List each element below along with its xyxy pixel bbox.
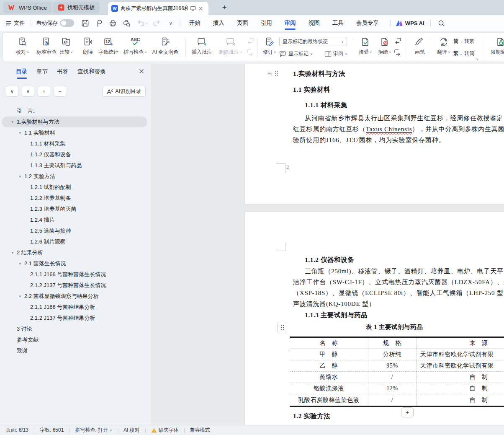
toc-item[interactable]: ▼2.2 菌株显微镜观察与结果分析 bbox=[2, 291, 147, 302]
collapse-arrow-icon[interactable]: ▼ bbox=[11, 248, 14, 258]
simplified-to-traditional-button[interactable]: 简→ 转繁 bbox=[453, 38, 474, 45]
word-count-button[interactable]: 12 字数统计 bbox=[96, 36, 121, 60]
reagents-table[interactable]: 名 称规 格来 源甲 醇分析纯天津市科密欧化学试剂有限乙 醇95%天津市科密欧化… bbox=[290, 337, 504, 407]
compatibility-mode-badge[interactable]: 兼容模式 bbox=[190, 427, 210, 434]
save-button[interactable] bbox=[80, 18, 90, 28]
spell-check-button[interactable]: ABC 拼写检查∨ bbox=[121, 36, 149, 60]
document-page-2[interactable]: 1.1.2 仪器和设备 三角瓶（250ml)、移液管、镊子、酒精灯、培养皿、电炉… bbox=[245, 212, 504, 425]
toc-item[interactable]: 2.1.2 J137 号菌种结果分析 bbox=[2, 313, 147, 324]
table-cell[interactable]: 天津市科密欧化学试剂有限 bbox=[417, 360, 504, 371]
traditional-to-simplified-button[interactable]: 繁→ 转简 bbox=[453, 50, 474, 57]
translate-button[interactable]: 文A 翻译∨ bbox=[433, 36, 454, 60]
menu-tab-会员专享[interactable]: 会员专享 bbox=[350, 15, 385, 31]
missing-font-warning[interactable]: 缺失字体 bbox=[151, 427, 179, 434]
next-comment-button[interactable] bbox=[246, 49, 255, 56]
export-pdf-button[interactable] bbox=[94, 18, 104, 28]
table-cell[interactable]: 甲 醇 bbox=[290, 349, 368, 360]
toc-item[interactable]: 1.2.4 插片 bbox=[2, 215, 147, 225]
toc-item[interactable]: ▼2.1 菌落生长情况 bbox=[2, 258, 147, 269]
menu-tab-引用[interactable]: 引用 bbox=[255, 15, 278, 31]
search-button[interactable] bbox=[437, 18, 447, 28]
delete-comment-button[interactable]: 删除批注∨ bbox=[216, 36, 246, 60]
drag-dots-icon[interactable] bbox=[275, 70, 278, 76]
spell-check-status[interactable]: 拼写检查: 打开∨ bbox=[75, 427, 112, 434]
table-cell[interactable]: 铬酸洗涤液 bbox=[290, 383, 368, 394]
toc-item[interactable]: 1.2.6 制片观察 bbox=[2, 236, 147, 247]
reject-button[interactable]: 拒绝∨ bbox=[375, 36, 395, 60]
read-aloud-button[interactable]: 朗读 bbox=[78, 36, 98, 60]
table-header-cell[interactable]: 名 称 bbox=[290, 338, 368, 349]
table-cell[interactable]: 蒸馏水 bbox=[290, 372, 368, 383]
toc-item[interactable]: ▼2 结果分析 bbox=[2, 247, 147, 258]
table-cell[interactable]: 分析纯 bbox=[368, 349, 417, 360]
sidebar-tab-书签[interactable]: 书签 bbox=[57, 68, 68, 79]
toc-item[interactable]: 1.1.3 主要试剂与药品 bbox=[2, 160, 147, 171]
toc-item[interactable]: 3 讨论 bbox=[2, 324, 147, 334]
menu-tab-插入[interactable]: 插入 bbox=[207, 15, 231, 31]
toc-item[interactable]: 1.2.5 选菌与接种 bbox=[2, 225, 147, 236]
collapse-all-button[interactable]: ∧ bbox=[22, 86, 34, 97]
collapse-arrow-icon[interactable]: ▼ bbox=[11, 117, 14, 127]
table-cell[interactable]: 95% bbox=[368, 360, 417, 371]
ai-recognize-toc-button[interactable]: AI识别目录 bbox=[102, 86, 146, 97]
review-pane-button[interactable]: 审阅 ∨ bbox=[324, 50, 347, 57]
toc-item[interactable]: 2.1.1 J166 号菌种菌落生长情况 bbox=[2, 269, 147, 280]
table-cell[interactable]: 自 制 bbox=[417, 372, 504, 383]
insert-comment-button[interactable]: 插入批注 bbox=[188, 36, 216, 60]
zoom-out-button[interactable]: − bbox=[54, 86, 66, 97]
proofread-button[interactable]: 校对∨ bbox=[11, 36, 34, 60]
table-cell[interactable]: 自 制 bbox=[417, 383, 504, 394]
toc-item[interactable]: 1.2.1 试剂的配制 bbox=[2, 182, 147, 193]
new-tab-button[interactable]: + bbox=[219, 3, 229, 13]
menu-tab-工具[interactable]: 工具 bbox=[326, 15, 350, 31]
page-indicator[interactable]: 页面: 6/13 bbox=[6, 427, 28, 434]
table-header-cell[interactable]: 规 格 bbox=[368, 338, 417, 349]
ai-polish-button[interactable]: AI 全文润色 bbox=[148, 36, 183, 60]
heading-handle[interactable]: H₁ bbox=[267, 70, 278, 76]
expand-all-button[interactable]: ∨ bbox=[6, 86, 18, 97]
close-tab-icon[interactable] bbox=[198, 6, 203, 11]
menu-tab-开始[interactable]: 开始 bbox=[183, 15, 207, 31]
toc-item[interactable]: ▼1.2 实验方法 bbox=[2, 171, 147, 182]
sidebar-tab-目录[interactable]: 目录 bbox=[16, 68, 27, 79]
document-canvas[interactable]: H₁ 1.实验材料与方法 1.1 实验材料 1.1.1 材料采集 从河南省新乡市… bbox=[151, 64, 504, 425]
restrict-editing-button[interactable]: 限制编辑 bbox=[486, 36, 504, 60]
wps-office-menu-button[interactable]: WPS Office bbox=[3, 2, 52, 13]
wps-ai-button[interactable]: WPS AI bbox=[396, 20, 424, 26]
accept-button[interactable]: 接受∨ bbox=[355, 36, 375, 60]
toc-item[interactable]: 引 言: bbox=[2, 106, 147, 117]
table-cell[interactable]: 乙 醇 bbox=[290, 360, 368, 371]
autosave-control[interactable]: 自动保存 bbox=[36, 19, 74, 27]
table-cell[interactable]: 天津市科密欧化学试剂有限 bbox=[417, 349, 504, 360]
undo-caret-icon[interactable]: ∨ bbox=[146, 21, 148, 25]
previous-revision-button[interactable] bbox=[393, 37, 402, 44]
table-cell[interactable]: 12% bbox=[368, 383, 417, 394]
collapse-arrow-icon[interactable]: ▼ bbox=[18, 259, 22, 269]
table-add-row-button[interactable]: + bbox=[401, 407, 414, 417]
toc-item[interactable]: 1.1.2 仪器和设备 bbox=[2, 149, 147, 160]
sidebar-close-icon[interactable] bbox=[139, 68, 144, 75]
next-revision-button[interactable] bbox=[393, 49, 402, 56]
document-tab[interactable]: W 两株产紫杉醇内生真菌J166和 bbox=[108, 2, 208, 15]
table-cell[interactable]: / bbox=[368, 372, 417, 383]
table-header-cell[interactable]: 来 源 bbox=[417, 338, 504, 349]
collapse-arrow-icon[interactable]: ▼ bbox=[18, 171, 22, 182]
toc-item[interactable]: 1.2.3 培养基的灭菌 bbox=[2, 204, 147, 215]
markup-state-dropdown[interactable]: 显示标记的最终状态 ∨ bbox=[279, 37, 347, 46]
pen-button[interactable]: 画笔 bbox=[410, 36, 430, 60]
compare-button[interactable]: 比较∨ bbox=[55, 36, 77, 60]
toc-item[interactable]: 1.1.1 材料采集 bbox=[2, 138, 147, 149]
menu-tab-页面[interactable]: 页面 bbox=[231, 15, 255, 31]
toc-item[interactable]: ▼1.实验材料与方法 bbox=[2, 117, 147, 127]
sidebar-tab-查找和替换[interactable]: 查找和替换 bbox=[77, 68, 106, 79]
table-cell[interactable]: 乳酸石炭酸棉蓝染色液 bbox=[290, 394, 368, 406]
ai-proofread-button[interactable]: AI 校对 bbox=[123, 427, 140, 434]
toc-item[interactable]: 参考文献 bbox=[2, 334, 147, 345]
menu-tab-审阅[interactable]: 审阅 bbox=[278, 15, 302, 31]
toc-item[interactable]: 致谢 bbox=[2, 345, 147, 356]
toc-item[interactable]: 1.2.2 培养基制备 bbox=[2, 193, 147, 204]
toc-item[interactable]: 2.1.1 J166 号菌种结果分析 bbox=[2, 302, 147, 313]
table-drag-handle[interactable] bbox=[277, 322, 287, 333]
redo-button[interactable] bbox=[152, 18, 162, 28]
file-menu-button[interactable]: 文件 bbox=[6, 19, 25, 27]
